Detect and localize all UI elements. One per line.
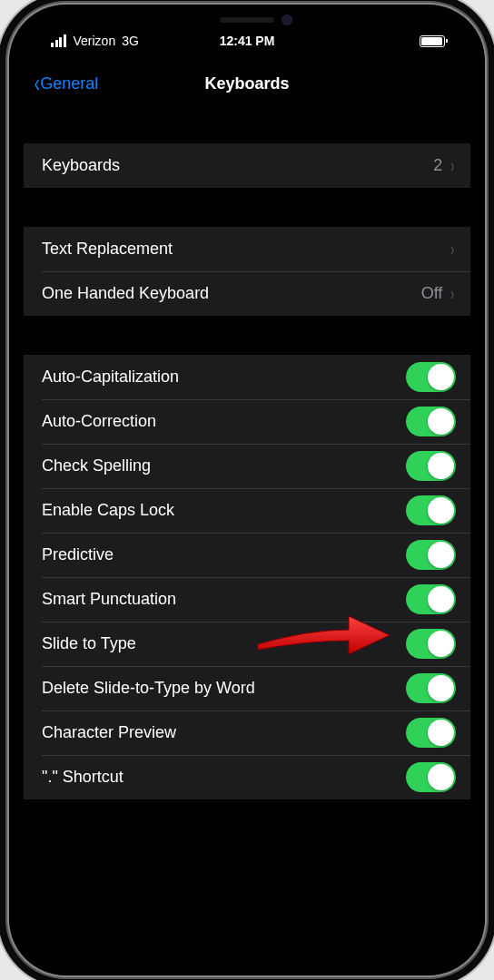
page-title: Keyboards (204, 74, 289, 93)
toggle-label: "." Shortcut (42, 768, 406, 787)
toggle-thumb (428, 497, 454, 524)
chevron-right-icon: › (451, 283, 455, 304)
toggle-row[interactable]: Auto-Capitalization (24, 355, 470, 399)
toggle-switch[interactable] (406, 407, 456, 436)
toggle-label: Delete Slide-to-Type by Word (42, 679, 406, 698)
toggle-row[interactable]: Character Preview (24, 710, 470, 755)
toggle-switch[interactable] (406, 718, 456, 748)
keyboards-row[interactable]: Keyboards 2 › (24, 143, 470, 188)
toggle-row[interactable]: Predictive (24, 533, 470, 577)
battery-icon (420, 35, 445, 47)
toggle-row[interactable]: Check Spelling (24, 444, 470, 488)
status-left: Verizon 3G (51, 34, 139, 48)
toggle-group: Auto-CapitalizationAuto-CorrectionCheck … (24, 355, 470, 799)
back-label: General (40, 74, 98, 93)
carrier-label: Verizon (74, 34, 116, 48)
keyboards-label: Keyboards (42, 156, 433, 175)
toggle-switch[interactable] (406, 495, 456, 525)
toggle-thumb (428, 631, 454, 657)
settings-content[interactable]: Keyboards 2 › Text Replacement › One Han… (24, 104, 470, 961)
text-replacement-label: Text Replacement (42, 240, 450, 259)
keyboards-group: Keyboards 2 › (24, 143, 470, 188)
toggle-switch[interactable] (406, 362, 456, 392)
network-label: 3G (122, 34, 139, 48)
status-right (420, 35, 445, 47)
toggle-switch[interactable] (406, 584, 456, 614)
chevron-left-icon: ‹ (34, 71, 40, 96)
toggle-label: Slide to Type (42, 634, 406, 653)
toggle-label: Auto-Correction (42, 412, 406, 431)
toggle-label: Auto-Capitalization (42, 368, 406, 387)
chevron-right-icon: › (451, 155, 455, 176)
toggle-label: Smart Punctuation (42, 590, 406, 609)
nav-bar: ‹ General Keyboards (24, 63, 470, 104)
toggle-thumb (428, 675, 454, 701)
text-replacement-row[interactable]: Text Replacement › (24, 227, 470, 271)
toggle-label: Enable Caps Lock (42, 501, 406, 520)
toggle-row[interactable]: Delete Slide-to-Type by Word (24, 666, 470, 710)
one-handed-label: One Handed Keyboard (42, 284, 421, 303)
speaker-grille (220, 17, 274, 23)
notch (147, 5, 347, 35)
toggle-row[interactable]: Slide to Type (24, 622, 470, 666)
toggle-label: Character Preview (42, 723, 406, 742)
one-handed-row[interactable]: One Handed Keyboard Off › (24, 271, 470, 316)
clock: 12:41 PM (220, 34, 275, 48)
toggle-switch[interactable] (406, 540, 456, 570)
signal-icon (51, 34, 66, 47)
toggle-thumb (428, 586, 454, 612)
toggle-thumb (428, 764, 454, 790)
toggle-row[interactable]: "." Shortcut (24, 755, 470, 799)
back-button[interactable]: ‹ General (33, 71, 98, 96)
one-handed-value: Off (421, 284, 443, 303)
toggle-switch[interactable] (406, 451, 456, 481)
toggle-switch[interactable] (406, 762, 456, 792)
chevron-right-icon: › (451, 239, 455, 260)
toggle-thumb (428, 364, 454, 390)
phone-frame: Verizon 3G 12:41 PM ‹ General Keyboards (9, 5, 485, 975)
keyboards-value: 2 (433, 156, 442, 175)
toggle-label: Check Spelling (42, 456, 406, 475)
toggle-thumb (428, 542, 454, 568)
toggle-row[interactable]: Smart Punctuation (24, 577, 470, 622)
toggle-label: Predictive (42, 545, 406, 564)
toggle-thumb (428, 720, 454, 746)
toggle-row[interactable]: Auto-Correction (24, 399, 470, 444)
toggle-switch[interactable] (406, 629, 456, 659)
front-camera (282, 15, 292, 25)
toggle-thumb (428, 408, 454, 435)
text-options-group: Text Replacement › One Handed Keyboard O… (24, 227, 470, 316)
toggle-thumb (428, 453, 454, 479)
screen: Verizon 3G 12:41 PM ‹ General Keyboards (24, 19, 470, 961)
toggle-row[interactable]: Enable Caps Lock (24, 488, 470, 533)
toggle-switch[interactable] (406, 673, 456, 703)
